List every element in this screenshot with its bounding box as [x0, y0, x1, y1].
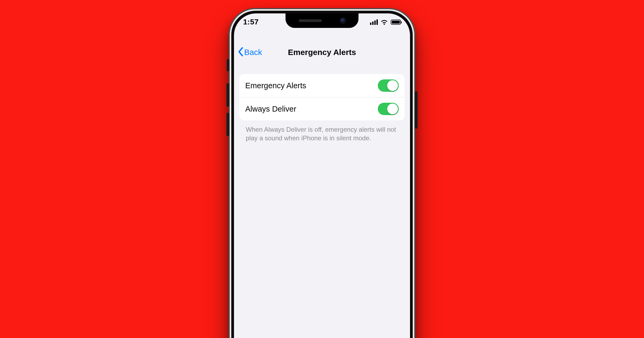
- back-button[interactable]: Back: [238, 47, 262, 57]
- cellular-signal-icon: [370, 19, 378, 25]
- earpiece-speaker: [299, 19, 322, 22]
- row-label-emergency-alerts: Emergency Alerts: [245, 81, 306, 90]
- side-button-hardware: [415, 91, 418, 129]
- iphone-device-frame: 1:57: [229, 8, 415, 338]
- volume-up-button-hardware: [226, 83, 229, 107]
- toggle-knob: [387, 80, 398, 91]
- toggle-knob: [387, 104, 398, 114]
- row-emergency-alerts: Emergency Alerts: [239, 74, 405, 97]
- notch: [286, 13, 358, 28]
- group-footer-text: When Always Deliver is off, emergency al…: [239, 120, 405, 142]
- volume-down-button-hardware: [226, 113, 229, 136]
- row-label-always-deliver: Always Deliver: [245, 105, 296, 113]
- battery-icon: [391, 20, 401, 25]
- front-camera: [341, 18, 345, 23]
- status-time: 1:57: [243, 18, 259, 26]
- status-icons: [370, 19, 401, 25]
- toggle-always-deliver[interactable]: [378, 103, 399, 115]
- mute-switch-hardware: [227, 59, 229, 71]
- settings-group: Emergency Alerts Always Deliver: [239, 74, 405, 120]
- toggle-emergency-alerts[interactable]: [378, 79, 399, 92]
- wifi-icon: [380, 19, 388, 25]
- chevron-left-icon: [238, 47, 244, 57]
- stage: 1:57: [0, 0, 644, 338]
- back-button-label: Back: [244, 48, 262, 57]
- navigation-bar: Back Emergency Alerts: [234, 40, 410, 64]
- content-area: Emergency Alerts Always Deliver When Alw…: [234, 70, 410, 142]
- iphone-screen: 1:57: [234, 13, 410, 338]
- page-title: Emergency Alerts: [288, 48, 356, 57]
- row-always-deliver: Always Deliver: [239, 97, 405, 120]
